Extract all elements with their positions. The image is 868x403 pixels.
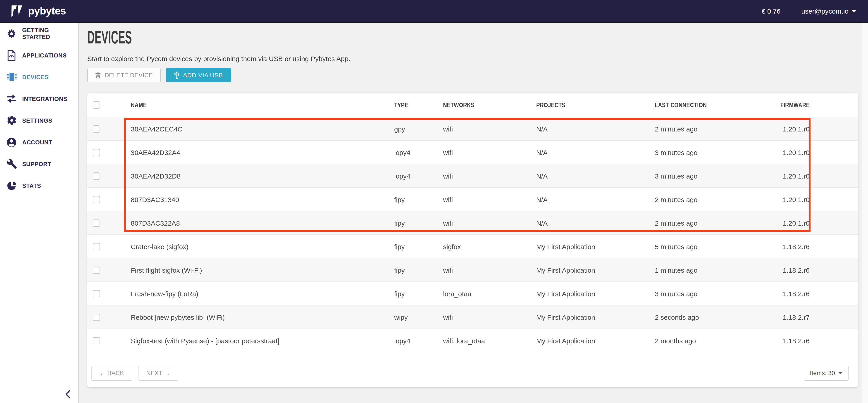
device-type: gpy [394, 125, 405, 133]
device-firmware: 1.20.1.r0 [783, 125, 810, 133]
device-networks: wifi [443, 219, 453, 227]
sidebar-item-stats[interactable]: STATS [0, 175, 78, 196]
svg-text:</>: </> [9, 54, 14, 58]
sidebar-item-devices[interactable]: DEVICES [0, 66, 78, 88]
delete-device-button[interactable]: DELETE DEVICE [87, 68, 160, 82]
topbar-right: € 0.76 user@pycom.io [762, 7, 856, 15]
device-firmware: 1.20.1.r0 [783, 219, 810, 227]
device-type: fipy [394, 195, 405, 203]
sidebar-item-account[interactable]: ACCOUNT [0, 131, 78, 153]
row-checkbox[interactable] [93, 219, 100, 226]
device-firmware: 1.18.2.r6 [783, 266, 810, 274]
sidebar-item-label: INTEGRATIONS [22, 95, 67, 102]
column-header-networks: NETWORKS [443, 101, 474, 108]
column-header-firmware: FIRMWARE [780, 101, 810, 108]
pybytes-logo[interactable]: pybytes [11, 5, 66, 17]
sidebar-item-support[interactable]: SUPPORT [0, 153, 78, 175]
device-name: Fresh-new-fipy (LoRa) [131, 290, 198, 297]
page-scrollbar[interactable] [862, 23, 868, 403]
back-button[interactable]: ← BACK [91, 366, 132, 381]
device-name: 30AEA42CEC4C [131, 125, 182, 133]
device-firmware: 1.20.1.r0 [783, 172, 810, 180]
device-last-connection: 1 minutes ago [655, 266, 698, 274]
sidebar-item-label: GETTING STARTED [22, 27, 78, 40]
device-name: Sigfox-test (with Pysense) - [pastoor pe… [131, 337, 279, 344]
next-button[interactable]: NEXT → [138, 366, 178, 381]
device-name: 807D3AC322A8 [131, 219, 180, 227]
device-name: 30AEA42D32D8 [131, 172, 181, 180]
caret-down-icon [838, 372, 843, 374]
select-all-checkbox[interactable] [93, 101, 100, 108]
device-last-connection: 5 minutes ago [655, 243, 698, 250]
sidebar-item-applications[interactable]: </> APPLICATIONS [0, 44, 78, 66]
wrench-icon [5, 158, 18, 170]
device-last-connection: 2 months ago [655, 337, 696, 344]
device-last-connection: 3 minutes ago [655, 172, 698, 180]
device-last-connection: 2 seconds ago [655, 313, 699, 321]
sidebar-item-label: DEVICES [22, 73, 49, 80]
device-last-connection: 3 minutes ago [655, 290, 698, 297]
add-via-usb-label: ADD VIA USB [183, 72, 223, 79]
usb-icon [174, 71, 180, 80]
table-row[interactable]: Reboot [new pybytes lib] (WiFi) wipy wif… [87, 305, 858, 329]
user-email: user@pycom.io [801, 7, 848, 15]
table-row[interactable]: Crater-lake (sigfox) fipy sigfox My Firs… [87, 235, 858, 258]
balance: € 0.76 [762, 7, 780, 15]
device-networks: lora_otaa [443, 290, 471, 297]
column-header-type: TYPE [394, 101, 408, 108]
table-row[interactable]: 30AEA42D32D8 lopy4 wifi N/A 3 minutes ag… [87, 164, 858, 187]
sidebar-item-getting-started[interactable]: GETTING STARTED [0, 23, 78, 44]
table-row[interactable]: Fresh-new-fipy (LoRa) fipy lora_otaa My … [87, 281, 858, 305]
user-menu[interactable]: user@pycom.io [801, 7, 856, 15]
row-checkbox[interactable] [93, 337, 100, 344]
table-row[interactable]: 30AEA42CEC4C gpy wifi N/A 2 minutes ago … [87, 117, 858, 140]
table-row[interactable]: 30AEA42D32A4 lopy4 wifi N/A 3 minutes ag… [87, 140, 858, 164]
row-checkbox[interactable] [93, 266, 100, 274]
device-projects: N/A [536, 172, 548, 180]
table-header-row: NAME TYPE NETWORKS PROJECTS LAST CONNECT… [87, 93, 858, 117]
row-checkbox[interactable] [93, 125, 100, 132]
device-projects: N/A [536, 219, 548, 227]
device-firmware: 1.20.1.r0 [783, 149, 810, 156]
table-row[interactable]: 807D3AC322A8 fipy wifi N/A 2 minutes ago… [87, 211, 858, 235]
device-projects: My First Application [536, 290, 595, 297]
device-networks: wifi [443, 172, 453, 180]
column-header-name: NAME [131, 101, 147, 108]
row-checkbox[interactable] [93, 149, 100, 156]
device-last-connection: 2 minutes ago [655, 219, 698, 227]
sidebar-item-settings[interactable]: SETTINGS [0, 110, 78, 131]
add-via-usb-button[interactable]: ADD VIA USB [166, 68, 230, 82]
device-name: 807D3AC31340 [131, 195, 179, 203]
chip-icon [5, 71, 18, 83]
brand-name: pybytes [28, 5, 66, 17]
trash-icon [95, 72, 101, 79]
device-last-connection: 3 minutes ago [655, 149, 698, 156]
device-last-connection: 2 minutes ago [655, 195, 698, 203]
sidebar-item-label: SETTINGS [22, 117, 52, 124]
caret-down-icon [852, 10, 856, 12]
sidebar-item-label: SUPPORT [22, 160, 51, 167]
chevron-left-icon [65, 390, 71, 399]
row-checkbox[interactable] [93, 196, 100, 203]
device-projects: N/A [536, 195, 548, 203]
table-row[interactable]: First flight sigfox (Wi-Fi) fipy wifi My… [87, 258, 858, 281]
device-type: lopy4 [394, 337, 410, 344]
device-networks: wifi [443, 125, 453, 133]
sidebar-item-label: APPLICATIONS [22, 52, 66, 59]
sidebar-collapse-button[interactable] [65, 390, 71, 399]
table-row[interactable]: 807D3AC31340 fipy wifi N/A 2 minutes ago… [87, 187, 858, 211]
row-checkbox[interactable] [93, 172, 100, 180]
device-networks: wifi [443, 195, 453, 203]
items-per-page-dropdown[interactable]: Items: 30 [804, 366, 848, 381]
column-header-last-connection: LAST CONNECTION [655, 101, 707, 108]
device-type: fipy [394, 219, 405, 227]
toolbar: DELETE DEVICE ADD VIA USB [87, 68, 230, 82]
device-name: Crater-lake (sigfox) [131, 243, 188, 250]
row-checkbox[interactable] [93, 243, 100, 250]
row-checkbox[interactable] [93, 290, 100, 297]
row-checkbox[interactable] [93, 313, 100, 321]
sidebar-item-label: STATS [22, 182, 41, 189]
topbar: pybytes € 0.76 user@pycom.io [0, 0, 868, 23]
sidebar-item-integrations[interactable]: INTEGRATIONS [0, 88, 78, 110]
device-projects: N/A [536, 125, 548, 133]
